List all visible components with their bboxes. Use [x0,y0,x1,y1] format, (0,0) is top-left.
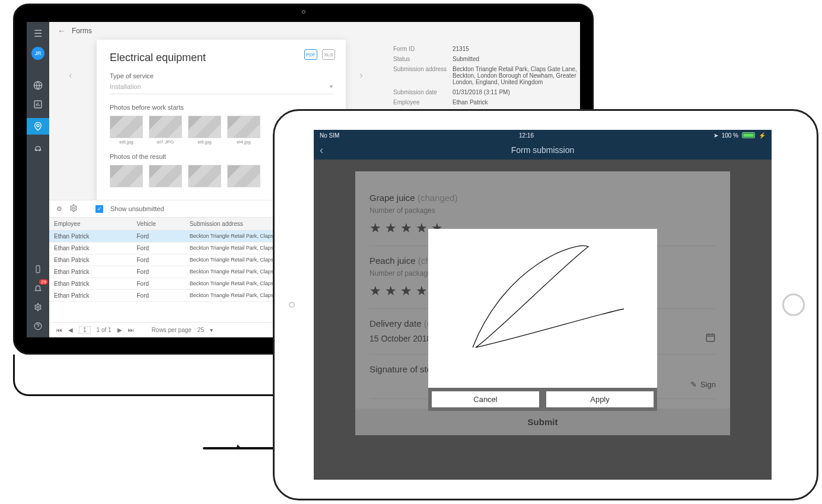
geofence-icon[interactable] [27,118,49,135]
show-unsubmitted-checkbox[interactable]: ✓ [95,205,103,213]
thumbnail-icon [188,165,221,187]
gear-icon[interactable] [33,302,43,312]
photo-thumb[interactable]: el4.jpg [227,116,260,145]
prev-form-button[interactable]: ‹ [65,69,77,81]
chevron-down-icon: ▾ [330,83,333,90]
device-icon[interactable] [33,264,43,275]
battery-icon [742,132,755,138]
pager-page-info: 1 of 1 [97,327,111,333]
photo-thumb[interactable]: el7.JPG [149,116,182,145]
col-vehicle[interactable]: Vehicle [132,218,185,231]
photo-thumb[interactable]: el8.jpg [110,116,143,145]
export-xls-button[interactable]: XLS [322,49,335,60]
photo-thumb[interactable] [149,165,182,187]
columns-gear-icon[interactable] [69,204,78,213]
vehicle-icon[interactable] [33,143,43,154]
cell-employee: Ethan Patrick [49,254,132,266]
svg-point-6 [37,306,39,308]
ios-status-bar: No SIM 12:16 ➤ 100 % ⚡ [314,130,772,141]
photo-thumb[interactable] [188,165,221,187]
help-icon[interactable] [33,321,43,331]
cell-vehicle: Ford [132,278,185,290]
cell-employee: Ethan Patrick [49,231,132,243]
detail-value: Ethan Patrick [453,99,580,106]
nav-title: Form submission [511,145,575,155]
service-type-select[interactable]: Installation ▾ [110,83,333,94]
thumbnail-icon [110,116,143,138]
thumbnail-icon [149,165,182,187]
detail-value: 21315 [453,46,580,52]
form-title: Electrical equipment [110,52,333,64]
form-detail-panel: Form ID21315 StatusSubmitted Submission … [393,46,580,109]
charging-icon: ⚡ [759,132,766,139]
detail-key: Submission address [393,66,453,85]
breadcrumb: ← Forms [49,22,580,40]
nav-back-icon[interactable]: ‹ [320,144,323,157]
cell-employee: Ethan Patrick [49,266,132,278]
pager-first-icon[interactable]: ⏮ [56,327,62,333]
svg-point-2 [37,125,39,127]
photo-thumb[interactable] [227,165,260,187]
thumbnail-icon [227,165,260,187]
rows-per-page-label: Rows per page [152,327,192,333]
photo-caption: el8.jpg [110,139,143,145]
col-employee[interactable]: Employee [49,218,132,231]
signature-modal-overlay[interactable]: Cancel Apply [314,160,772,480]
apply-button[interactable]: Apply [546,391,654,407]
signature-dialog: Cancel Apply [428,229,657,411]
cancel-button[interactable]: Cancel [432,391,539,407]
chevron-down-icon: ▾ [210,327,213,333]
thumbnail-icon [110,165,143,187]
cell-vehicle: Ford [132,243,185,254]
rows-per-page-select[interactable]: 25 [197,327,204,333]
bell-icon[interactable] [33,283,43,294]
cell-employee: Ethan Patrick [49,290,132,302]
svg-rect-5 [36,266,40,273]
detail-value: Beckton Triangle Retail Park, Claps Gate… [453,66,580,85]
location-arrow-icon: ➤ [713,132,718,139]
signature-stroke-icon [428,229,657,388]
avatar[interactable]: JR [31,47,44,60]
service-type-value: Installation [110,83,141,90]
pager-last-icon[interactable]: ⏭ [128,327,134,333]
detail-key: Form ID [393,46,453,52]
detail-key: Status [393,56,453,62]
detail-value: Submitted [453,56,580,62]
ipad-screen: No SIM 12:16 ➤ 100 % ⚡ ‹ Form submission… [314,130,772,480]
cell-vehicle: Ford [132,290,185,302]
detail-value: 01/31/2018 (3:11 PM) [453,89,580,95]
photo-thumb[interactable]: el6.jpg [188,116,221,145]
next-form-button[interactable]: › [355,69,367,81]
show-unsubmitted-label: Show unsubmitted [110,205,164,212]
signature-canvas[interactable] [428,229,657,388]
photo-thumb[interactable] [110,165,143,187]
pager-prev-icon[interactable]: ◀ [68,327,73,333]
detail-key: Employee [393,99,453,106]
cell-employee: Ethan Patrick [49,278,132,290]
cell-vehicle: Ford [132,231,185,243]
page-title: Forms [72,27,92,35]
ios-nav-bar: ‹ Form submission [314,141,772,160]
cell-vehicle: Ford [132,254,185,266]
pager-next-icon[interactable]: ▶ [117,327,122,333]
ipad-camera-icon [289,302,295,308]
service-type-label: Type of service [110,72,333,79]
ipad-home-button[interactable] [782,294,805,316]
photo-caption: el4.jpg [227,139,260,145]
export-pdf-button[interactable]: PDF [304,49,317,60]
filter-icon[interactable]: ⚙ [56,205,62,213]
pager-page-input[interactable]: 1 [79,326,91,334]
camera-dot-icon [302,10,305,14]
signature-actions: Cancel Apply [428,388,657,411]
cell-employee: Ethan Patrick [49,243,132,254]
back-arrow-icon[interactable]: ← [58,26,66,36]
globe-icon[interactable] [33,80,43,91]
photo-caption: el6.jpg [188,139,221,145]
menu-icon[interactable]: ☰ [33,28,43,39]
thumbnail-icon [227,116,260,138]
chart-icon[interactable] [33,99,43,110]
cell-vehicle: Ford [132,266,185,278]
thumbnail-icon [149,116,182,138]
detail-key: Submission date [393,89,453,95]
thumbnail-icon [188,116,221,138]
